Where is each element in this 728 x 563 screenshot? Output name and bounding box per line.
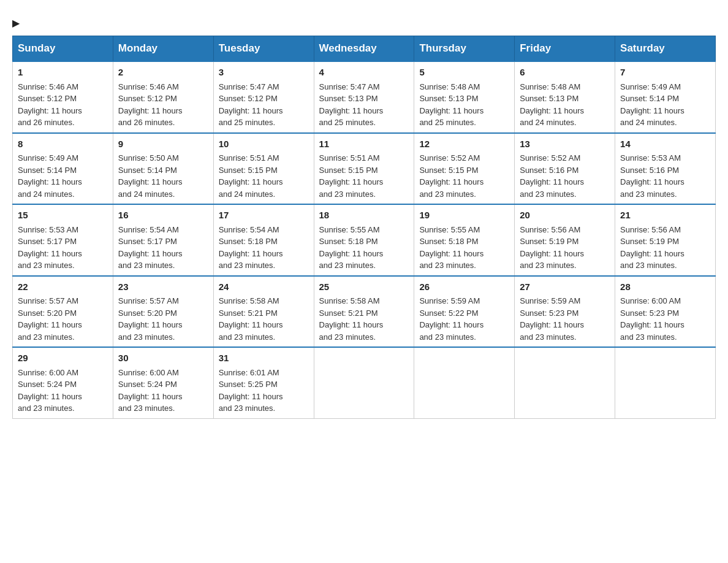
- day-info: Sunrise: 5:53 AMSunset: 5:17 PMDaylight:…: [18, 225, 82, 270]
- week-row-3: 15Sunrise: 5:53 AMSunset: 5:17 PMDayligh…: [13, 204, 716, 276]
- day-number: 8: [18, 137, 108, 151]
- calendar-cell: 8Sunrise: 5:49 AMSunset: 5:14 PMDaylight…: [13, 133, 113, 205]
- day-number: 25: [319, 280, 409, 294]
- day-info: Sunrise: 5:50 AMSunset: 5:14 PMDaylight:…: [118, 153, 183, 199]
- day-info: Sunrise: 5:58 AMSunset: 5:21 PMDaylight:…: [319, 296, 384, 342]
- day-info: Sunrise: 5:55 AMSunset: 5:18 PMDaylight:…: [419, 225, 483, 270]
- day-number: 15: [18, 209, 108, 223]
- calendar-cell: 11Sunrise: 5:51 AMSunset: 5:15 PMDayligh…: [314, 133, 414, 205]
- calendar-cell: 12Sunrise: 5:52 AMSunset: 5:15 PMDayligh…: [414, 133, 515, 205]
- calendar-cell: 9Sunrise: 5:50 AMSunset: 5:14 PMDaylight…: [113, 133, 213, 205]
- calendar-cell: 29Sunrise: 6:00 AMSunset: 5:24 PMDayligh…: [13, 347, 113, 418]
- day-header-sunday: Sunday: [13, 36, 113, 62]
- day-number: 19: [419, 209, 509, 223]
- day-info: Sunrise: 5:51 AMSunset: 5:15 PMDaylight:…: [319, 153, 384, 199]
- day-info: Sunrise: 5:46 AMSunset: 5:12 PMDaylight:…: [118, 82, 183, 128]
- week-row-1: 1Sunrise: 5:46 AMSunset: 5:12 PMDaylight…: [13, 61, 716, 133]
- calendar-cell: 10Sunrise: 5:51 AMSunset: 5:15 PMDayligh…: [213, 133, 314, 205]
- day-number: 20: [520, 209, 610, 223]
- calendar-cell: [515, 347, 615, 418]
- day-info: Sunrise: 5:59 AMSunset: 5:23 PMDaylight:…: [520, 296, 584, 342]
- day-number: 4: [319, 66, 409, 80]
- day-number: 31: [219, 351, 309, 366]
- day-number: 29: [18, 351, 108, 366]
- day-number: 7: [620, 66, 710, 80]
- calendar-cell: [615, 347, 716, 418]
- day-number: 12: [419, 137, 509, 151]
- day-info: Sunrise: 5:47 AMSunset: 5:12 PMDaylight:…: [219, 82, 283, 128]
- logo: ▶: [12, 12, 20, 29]
- calendar-cell: 31Sunrise: 6:01 AMSunset: 5:25 PMDayligh…: [213, 347, 314, 418]
- calendar-cell: 22Sunrise: 5:57 AMSunset: 5:20 PMDayligh…: [13, 276, 113, 348]
- calendar-cell: 17Sunrise: 5:54 AMSunset: 5:18 PMDayligh…: [213, 204, 314, 276]
- calendar-cell: 4Sunrise: 5:47 AMSunset: 5:13 PMDaylight…: [314, 61, 414, 133]
- calendar-cell: 20Sunrise: 5:56 AMSunset: 5:19 PMDayligh…: [515, 204, 615, 276]
- day-info: Sunrise: 5:54 AMSunset: 5:18 PMDaylight:…: [219, 225, 283, 270]
- day-header-monday: Monday: [113, 36, 213, 62]
- calendar-cell: 13Sunrise: 5:52 AMSunset: 5:16 PMDayligh…: [515, 133, 615, 205]
- day-number: 27: [520, 280, 610, 294]
- day-header-saturday: Saturday: [615, 36, 716, 62]
- calendar-cell: 14Sunrise: 5:53 AMSunset: 5:16 PMDayligh…: [615, 133, 716, 205]
- day-number: 6: [520, 66, 610, 80]
- day-header-friday: Friday: [515, 36, 615, 62]
- calendar-header-row: SundayMondayTuesdayWednesdayThursdayFrid…: [13, 36, 716, 62]
- logo-general-line: ▶: [12, 12, 20, 29]
- day-number: 24: [219, 280, 309, 294]
- day-number: 13: [520, 137, 610, 151]
- day-info: Sunrise: 5:57 AMSunset: 5:20 PMDaylight:…: [18, 296, 82, 342]
- calendar-table: SundayMondayTuesdayWednesdayThursdayFrid…: [12, 36, 716, 419]
- calendar-cell: 25Sunrise: 5:58 AMSunset: 5:21 PMDayligh…: [314, 276, 414, 348]
- day-number: 16: [118, 209, 208, 223]
- calendar-cell: 7Sunrise: 5:49 AMSunset: 5:14 PMDaylight…: [615, 61, 716, 133]
- day-info: Sunrise: 5:51 AMSunset: 5:15 PMDaylight:…: [219, 153, 283, 199]
- calendar-cell: 18Sunrise: 5:55 AMSunset: 5:18 PMDayligh…: [314, 204, 414, 276]
- calendar-cell: [414, 347, 515, 418]
- day-info: Sunrise: 6:00 AMSunset: 5:23 PMDaylight:…: [620, 296, 684, 342]
- day-info: Sunrise: 5:52 AMSunset: 5:15 PMDaylight:…: [419, 153, 483, 199]
- week-row-2: 8Sunrise: 5:49 AMSunset: 5:14 PMDaylight…: [13, 133, 716, 205]
- week-row-4: 22Sunrise: 5:57 AMSunset: 5:20 PMDayligh…: [13, 276, 716, 348]
- day-number: 2: [118, 66, 208, 80]
- day-number: 3: [219, 66, 309, 80]
- day-info: Sunrise: 5:57 AMSunset: 5:20 PMDaylight:…: [118, 296, 183, 342]
- day-info: Sunrise: 6:01 AMSunset: 5:25 PMDaylight:…: [219, 368, 283, 413]
- day-info: Sunrise: 5:48 AMSunset: 5:13 PMDaylight:…: [520, 82, 584, 128]
- day-info: Sunrise: 5:47 AMSunset: 5:13 PMDaylight:…: [319, 82, 384, 128]
- calendar-cell: 21Sunrise: 5:56 AMSunset: 5:19 PMDayligh…: [615, 204, 716, 276]
- day-info: Sunrise: 5:48 AMSunset: 5:13 PMDaylight:…: [419, 82, 483, 128]
- day-header-tuesday: Tuesday: [213, 36, 314, 62]
- calendar-cell: 19Sunrise: 5:55 AMSunset: 5:18 PMDayligh…: [414, 204, 515, 276]
- day-number: 18: [319, 209, 409, 223]
- calendar-cell: 24Sunrise: 5:58 AMSunset: 5:21 PMDayligh…: [213, 276, 314, 348]
- calendar-cell: 27Sunrise: 5:59 AMSunset: 5:23 PMDayligh…: [515, 276, 615, 348]
- day-info: Sunrise: 5:52 AMSunset: 5:16 PMDaylight:…: [520, 153, 584, 199]
- day-info: Sunrise: 5:55 AMSunset: 5:18 PMDaylight:…: [319, 225, 384, 270]
- day-header-thursday: Thursday: [414, 36, 515, 62]
- day-info: Sunrise: 5:56 AMSunset: 5:19 PMDaylight:…: [620, 225, 684, 270]
- day-header-wednesday: Wednesday: [314, 36, 414, 62]
- day-info: Sunrise: 6:00 AMSunset: 5:24 PMDaylight:…: [118, 368, 183, 413]
- day-number: 5: [419, 66, 509, 80]
- day-info: Sunrise: 5:49 AMSunset: 5:14 PMDaylight:…: [620, 82, 684, 128]
- calendar-cell: 1Sunrise: 5:46 AMSunset: 5:12 PMDaylight…: [13, 61, 113, 133]
- day-number: 10: [219, 137, 309, 151]
- day-info: Sunrise: 5:53 AMSunset: 5:16 PMDaylight:…: [620, 153, 684, 199]
- calendar-cell: 5Sunrise: 5:48 AMSunset: 5:13 PMDaylight…: [414, 61, 515, 133]
- day-number: 17: [219, 209, 309, 223]
- calendar-cell: 16Sunrise: 5:54 AMSunset: 5:17 PMDayligh…: [113, 204, 213, 276]
- day-number: 9: [118, 137, 208, 151]
- calendar-cell: 28Sunrise: 6:00 AMSunset: 5:23 PMDayligh…: [615, 276, 716, 348]
- calendar-cell: 15Sunrise: 5:53 AMSunset: 5:17 PMDayligh…: [13, 204, 113, 276]
- calendar-cell: 3Sunrise: 5:47 AMSunset: 5:12 PMDaylight…: [213, 61, 314, 133]
- calendar-cell: 23Sunrise: 5:57 AMSunset: 5:20 PMDayligh…: [113, 276, 213, 348]
- calendar-cell: 6Sunrise: 5:48 AMSunset: 5:13 PMDaylight…: [515, 61, 615, 133]
- day-info: Sunrise: 5:54 AMSunset: 5:17 PMDaylight:…: [118, 225, 183, 270]
- day-number: 1: [18, 66, 108, 80]
- day-number: 26: [419, 280, 509, 294]
- day-number: 11: [319, 137, 409, 151]
- week-row-5: 29Sunrise: 6:00 AMSunset: 5:24 PMDayligh…: [13, 347, 716, 418]
- day-number: 21: [620, 209, 710, 223]
- day-number: 28: [620, 280, 710, 294]
- day-info: Sunrise: 5:56 AMSunset: 5:19 PMDaylight:…: [520, 225, 584, 270]
